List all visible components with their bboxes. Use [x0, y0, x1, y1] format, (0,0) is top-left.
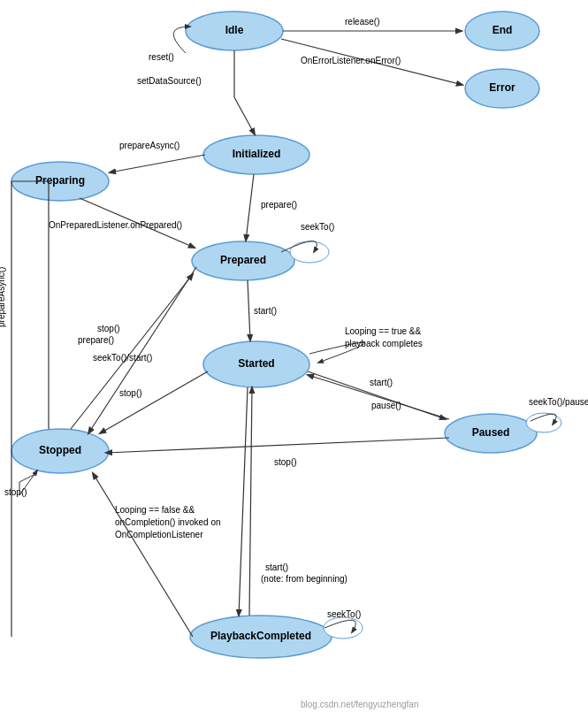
- svg-line-6: [246, 174, 254, 241]
- looping-true-label2: playback completes: [345, 339, 423, 348]
- prepare-label: prepare(): [261, 200, 297, 210]
- on-error-label: OnErrorListener.onError(): [301, 56, 401, 65]
- on-prepared-label: OnPreparedListener.onPrepared(): [49, 220, 182, 230]
- stop-from-started-label: stop(): [119, 388, 142, 398]
- prepare-async-from-init-label: prepareAsync(): [119, 141, 179, 150]
- svg-line-9: [100, 371, 208, 433]
- initialized-label: Initialized: [233, 148, 281, 160]
- svg-line-7: [248, 280, 250, 340]
- svg-line-12: [106, 438, 449, 453]
- stopped-label: Stopped: [39, 444, 81, 456]
- svg-line-4: [110, 155, 205, 172]
- seek-start-label: seekTo()/start(): [93, 353, 152, 363]
- svg-line-20: [239, 387, 248, 616]
- svg-line-22: [93, 473, 193, 637]
- note-from-beginning-label: (note: from beginning): [261, 574, 347, 584]
- start-from-prepared-label: start(): [254, 306, 277, 316]
- seek-pause-label: seekTo()/pause(): [529, 397, 588, 407]
- prepared-label: Prepared: [220, 254, 266, 266]
- set-datasource-label: setDataSource(): [137, 76, 202, 86]
- reset-label: reset(): [149, 52, 174, 62]
- on-completion-label: onCompletion() invoked on: [115, 517, 221, 527]
- start-from-paused-label: start(): [370, 378, 393, 387]
- pause-label: pause(): [371, 401, 401, 410]
- svg-line-19: [19, 470, 37, 495]
- seek-to-playback-label: seekTo(): [327, 609, 361, 619]
- playback-completed-self-loop: [324, 617, 363, 639]
- paused-label: Paused: [472, 426, 510, 439]
- idle-label: Idle: [225, 24, 244, 36]
- release-label: release(): [345, 17, 379, 27]
- stop-from-prepared-label: stop(): [97, 324, 120, 333]
- svg-line-21: [249, 387, 252, 616]
- watermark: blog.csdn.net/fengyuzhengfan: [301, 700, 418, 709]
- error-label: Error: [489, 81, 515, 94]
- looping-true-label: Looping == true &&: [345, 326, 422, 336]
- prepare-from-stopped-label: prepare(): [78, 335, 114, 345]
- end-label: End: [493, 24, 513, 36]
- prepared-self-loop: [290, 241, 329, 263]
- playback-completed-label: PlaybackCompleted: [210, 630, 311, 642]
- started-label: Started: [238, 357, 274, 370]
- looping-false-label: Looping == false &&: [115, 505, 195, 515]
- prepare-async-left-label: prepareAsync(): [0, 267, 6, 327]
- start-from-playback-label: start(): [265, 562, 288, 572]
- stop-from-paused-label: stop(): [274, 457, 297, 467]
- svg-line-13: [71, 274, 193, 429]
- svg-line-3: [234, 97, 255, 134]
- seek-to-prepared-label: seekTo(): [301, 222, 334, 232]
- state-diagram: Idle End Error Initialized Preparing Pre…: [0, 0, 588, 719]
- preparing-label: Preparing: [35, 174, 85, 187]
